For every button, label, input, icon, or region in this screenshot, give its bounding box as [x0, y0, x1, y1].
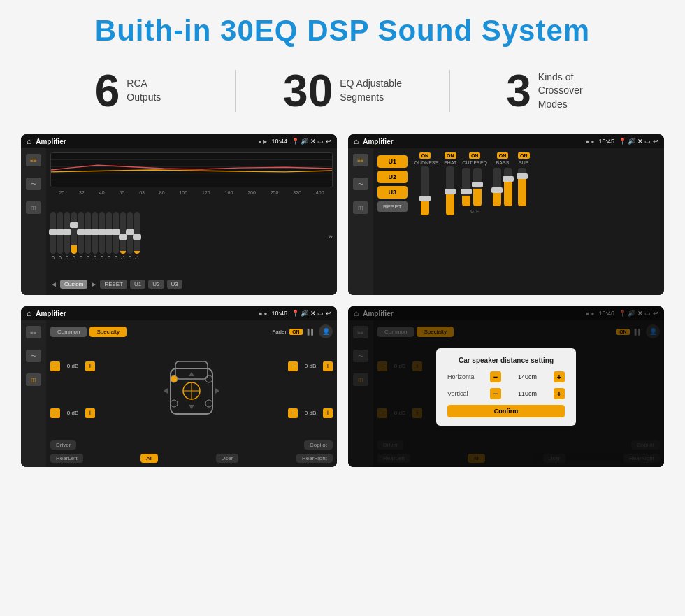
dialog-vertical-row: Vertical − 110cm +	[447, 388, 565, 399]
channel-sub-track[interactable]	[518, 168, 526, 206]
channel-phat-on: ON	[445, 152, 456, 159]
channel-phat-track[interactable]	[446, 166, 454, 215]
fader-home-icon[interactable]: ⌂	[27, 308, 31, 318]
crossover-sliders: ON LOUDNESS ON PHAT	[412, 152, 660, 291]
eq-title: Amplifier	[36, 138, 254, 145]
fader-tab-common[interactable]: Common	[50, 327, 87, 337]
channel-sub-label: SUB	[519, 160, 528, 165]
fader-vol-rr: − 0 dB +	[288, 408, 333, 418]
eq-u3-button[interactable]: U3	[167, 280, 182, 289]
channel-cutfreq-label: CUT FREQ	[462, 160, 487, 165]
svg-rect-6	[175, 361, 208, 379]
preset-u1-button[interactable]: U1	[377, 155, 408, 168]
dialog-horizontal-minus[interactable]: −	[490, 371, 501, 382]
fader-sidebar-speaker-icon[interactable]: ◫	[26, 373, 41, 386]
eq-slider-5: 0	[78, 212, 84, 260]
eq-slider-1: 0	[50, 212, 56, 260]
distance-screen: ⌂ Amplifier ■ ● 10:46 📍 🔊 ✕ ▭ ↩ ≡≡ 〜 ◫ C…	[348, 306, 664, 467]
crossover-title: Amplifier	[363, 138, 582, 145]
svg-marker-16	[164, 388, 168, 394]
crossover-sidebar-eq-icon[interactable]: ≡≡	[353, 154, 368, 166]
svg-point-9	[171, 400, 178, 407]
channel-bass-g-track[interactable]	[504, 168, 512, 206]
speaker-all-button[interactable]: All	[140, 454, 158, 463]
eq-sidebar-eq-icon[interactable]: ≡≡	[26, 154, 41, 166]
dialog-vertical-minus[interactable]: −	[490, 388, 501, 399]
dialog-horizontal-plus[interactable]: +	[554, 371, 565, 382]
channel-cutfreq-f-track[interactable]	[473, 168, 482, 206]
eq-slider-4: 5	[71, 212, 77, 260]
stat-eq-number: 30	[283, 69, 333, 113]
channel-loudness-track[interactable]	[421, 166, 429, 215]
channel-bass-f-track[interactable]	[493, 168, 501, 206]
speaker-copilot-button[interactable]: Copilot	[304, 440, 333, 450]
fader-vol-rr-plus[interactable]: +	[323, 408, 333, 418]
crossover-reset-button[interactable]: RESET	[377, 201, 408, 212]
eq-slider-7: 0	[92, 212, 98, 260]
channel-phat-label: PHAT	[444, 160, 456, 165]
fader-sidebar-eq-icon[interactable]: ≡≡	[26, 326, 41, 338]
fader-vol-fl: − 0 dB +	[50, 361, 95, 371]
fader-status-bar: ⌂ Amplifier ■ ● 10:46 📍 🔊 ✕ ▭ ↩	[21, 306, 337, 320]
fader-tab-specialty[interactable]: Specialty	[89, 327, 126, 337]
fader-vol-rl-minus[interactable]: −	[50, 408, 60, 418]
car-diagram	[101, 343, 282, 436]
stat-crossover-label: Kinds ofCrossover Modes	[538, 71, 608, 112]
crossover-home-icon[interactable]: ⌂	[354, 136, 359, 146]
eq-more-icon[interactable]: »	[328, 231, 333, 241]
svg-point-8	[206, 375, 212, 382]
fader-content: ≡≡ 〜 ◫ Common Specialty Fader ON ▐▐ 👤	[21, 320, 337, 467]
eq-prev-button[interactable]: ◄	[50, 280, 57, 288]
preset-u3-button[interactable]: U3	[377, 186, 408, 199]
fader-vol-fl-minus[interactable]: −	[50, 361, 60, 371]
dialog-vertical-plus[interactable]: +	[554, 388, 565, 399]
svg-marker-15	[189, 405, 194, 409]
fader-on-toggle[interactable]: ON	[289, 329, 303, 335]
stats-row: 6 RCAOutputs 30 EQ AdjustableSegments 3 …	[21, 69, 664, 113]
fader-settings-icon[interactable]: 👤	[319, 324, 333, 338]
channel-loudness: ON LOUDNESS	[412, 152, 439, 215]
fader-vol-fl-plus[interactable]: +	[85, 361, 95, 371]
eq-home-icon[interactable]: ⌂	[27, 136, 31, 146]
channel-loudness-label: LOUDNESS	[412, 160, 439, 165]
speaker-user-button[interactable]: User	[216, 454, 239, 463]
eq-u2-button[interactable]: U2	[148, 280, 164, 289]
channel-cutfreq-g-track[interactable]	[462, 168, 470, 206]
eq-next-button[interactable]: ►	[90, 280, 97, 288]
dialog-horizontal-value: 140cm	[505, 373, 549, 380]
fader-speaker-row: Driver Copilot	[50, 440, 333, 450]
eq-band-labels: 253240506380100125160200250320400	[50, 190, 333, 195]
speaker-driver-button[interactable]: Driver	[50, 440, 76, 450]
svg-marker-14	[189, 372, 194, 376]
fader-vol-fr-minus[interactable]: −	[288, 361, 298, 371]
eq-custom-label: Custom	[60, 280, 88, 289]
speaker-rearright-button[interactable]: RearRight	[296, 454, 333, 463]
fader-vol-rl-plus[interactable]: +	[85, 408, 95, 418]
eq-sidebar-speaker-icon[interactable]: ◫	[26, 201, 41, 214]
stat-rca-number: 6	[95, 69, 120, 113]
preset-u2-button[interactable]: U2	[377, 171, 408, 183]
fader-vol-rr-minus[interactable]: −	[288, 408, 298, 418]
crossover-sidebar-wave-icon[interactable]: 〜	[353, 178, 368, 190]
crossover-sidebar: ≡≡ 〜 ◫	[348, 148, 373, 295]
eq-status-icons: 📍 🔊 ✕ ▭ ↩	[291, 138, 331, 145]
distance-dialog: Car speaker distance setting Horizontal …	[436, 348, 576, 426]
eq-graph	[50, 152, 333, 187]
dialog-horizontal-label: Horizontal	[447, 373, 486, 380]
fader-sidebar-wave-icon[interactable]: 〜	[26, 350, 41, 362]
crossover-presets: U1 U2 U3 RESET	[377, 152, 408, 291]
speaker-rearleft-button[interactable]: RearLeft	[50, 454, 83, 463]
eq-sidebar-wave-icon[interactable]: 〜	[26, 178, 41, 190]
svg-point-7	[171, 375, 178, 382]
channel-bass-label: BASS	[496, 160, 510, 165]
eq-slider-13: -1	[134, 212, 140, 260]
fader-title: Amplifier	[36, 310, 254, 317]
fader-vol-rl: − 0 dB +	[50, 408, 95, 418]
eq-u1-button[interactable]: U1	[130, 280, 145, 289]
dialog-confirm-button[interactable]: Confirm	[447, 405, 565, 417]
eq-slider-10: 0	[113, 212, 119, 260]
distance-dialog-overlay: Car speaker distance setting Horizontal …	[348, 306, 664, 467]
crossover-sidebar-speaker-icon[interactable]: ◫	[353, 201, 368, 214]
eq-reset-button[interactable]: RESET	[100, 280, 127, 289]
fader-vol-fr-plus[interactable]: +	[323, 361, 333, 371]
